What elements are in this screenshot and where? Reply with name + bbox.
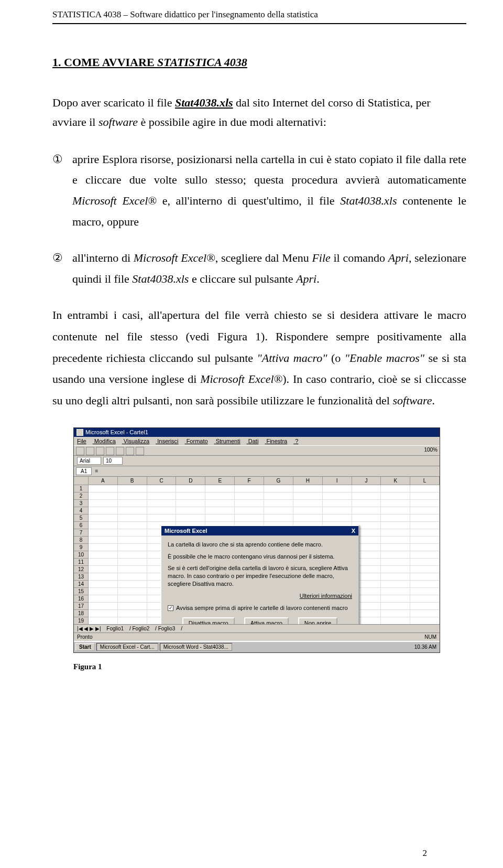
menu-strumenti[interactable]: Strumenti (216, 438, 240, 444)
cell[interactable] (176, 485, 205, 492)
col-G[interactable]: G (264, 477, 293, 485)
name-box[interactable]: A1 (76, 467, 92, 475)
cell[interactable] (147, 507, 177, 515)
cell[interactable] (89, 603, 118, 610)
cell[interactable] (381, 515, 410, 522)
tb-print-icon[interactable] (106, 447, 114, 455)
cell[interactable] (89, 610, 118, 617)
tb-paste-icon[interactable] (136, 447, 144, 455)
cell[interactable] (410, 581, 440, 588)
cell[interactable] (118, 485, 147, 492)
taskbar-item-word[interactable]: Microsoft Word - Stat4038... (160, 643, 232, 651)
cell[interactable] (147, 492, 177, 500)
cell[interactable] (410, 485, 440, 492)
cell[interactable] (381, 507, 410, 515)
cell[interactable] (381, 537, 410, 544)
cell[interactable] (89, 566, 118, 573)
cell[interactable] (118, 537, 147, 544)
cell[interactable] (381, 588, 410, 595)
cell[interactable] (410, 492, 440, 500)
tb-copy-icon[interactable] (126, 447, 134, 455)
cell[interactable] (89, 588, 118, 595)
col-J[interactable]: J (352, 477, 381, 485)
menu-finestra[interactable]: Finestra (266, 438, 287, 444)
cell[interactable] (410, 515, 440, 522)
cell[interactable] (89, 617, 118, 624)
cell[interactable] (381, 529, 410, 537)
cell[interactable] (235, 492, 264, 500)
enable-macros-button[interactable]: Attiva macro (244, 617, 289, 624)
row-header[interactable]: 19 (74, 617, 89, 624)
cell[interactable] (89, 492, 118, 500)
col-A[interactable]: A (89, 477, 118, 485)
cell[interactable] (235, 500, 264, 507)
cell[interactable] (410, 500, 440, 507)
cell[interactable] (118, 566, 147, 573)
menu-formato[interactable]: Formato (187, 438, 208, 444)
cell[interactable] (118, 544, 147, 551)
cell[interactable] (352, 492, 381, 500)
cell[interactable] (118, 500, 147, 507)
more-info-link[interactable]: Ulteriori informazioni (168, 592, 352, 600)
cell[interactable] (118, 617, 147, 624)
cell[interactable] (89, 485, 118, 492)
cell[interactable] (118, 610, 147, 617)
cell[interactable] (264, 485, 293, 492)
start-button[interactable]: Start (75, 643, 95, 651)
cell[interactable] (118, 515, 147, 522)
cell[interactable] (89, 507, 118, 515)
cell[interactable] (118, 559, 147, 566)
col-H[interactable]: H (293, 477, 323, 485)
row-header[interactable]: 7 (74, 529, 89, 537)
close-icon[interactable]: X (352, 528, 355, 534)
cell[interactable] (89, 559, 118, 566)
row-header[interactable]: 1 (74, 485, 89, 492)
row-header[interactable]: 13 (74, 573, 89, 581)
row-header[interactable]: 5 (74, 515, 89, 522)
checkbox-icon[interactable]: ✓ (168, 605, 173, 611)
row-header[interactable]: 8 (74, 537, 89, 544)
cell[interactable] (381, 617, 410, 624)
cell[interactable] (118, 581, 147, 588)
menu-inserisci[interactable]: Inserisci (157, 438, 178, 444)
cell[interactable] (410, 537, 440, 544)
cell[interactable] (264, 492, 293, 500)
cell[interactable] (89, 573, 118, 581)
cell[interactable] (264, 507, 293, 515)
cell[interactable] (147, 500, 177, 507)
taskbar-item-excel[interactable]: Microsoft Excel - Cart... (96, 643, 158, 651)
menu-bar[interactable]: File Modifica Visualizza Inserisci Forma… (74, 437, 440, 445)
row-header[interactable]: 9 (74, 544, 89, 551)
tb-open-icon[interactable] (86, 447, 94, 455)
row-header[interactable]: 11 (74, 559, 89, 566)
cell[interactable] (293, 507, 323, 515)
menu-visualizza[interactable]: Visualizza (124, 438, 149, 444)
col-I[interactable]: I (323, 477, 352, 485)
row-header[interactable]: 4 (74, 507, 89, 515)
cell[interactable] (410, 522, 440, 529)
col-E[interactable]: E (205, 477, 235, 485)
menu-help[interactable]: ? (295, 438, 298, 444)
cell[interactable] (381, 544, 410, 551)
cell[interactable] (410, 610, 440, 617)
spreadsheet-grid[interactable]: A B C D E F G H I J K L 1234567891011121… (74, 477, 440, 624)
cell[interactable] (410, 573, 440, 581)
cell[interactable] (381, 559, 410, 566)
cell[interactable] (323, 500, 352, 507)
row-header[interactable]: 17 (74, 603, 89, 610)
formatting-toolbar[interactable]: Arial 10 (74, 456, 440, 466)
cell[interactable] (118, 507, 147, 515)
cell[interactable] (381, 492, 410, 500)
cell[interactable] (410, 544, 440, 551)
cell[interactable] (147, 515, 177, 522)
cell[interactable] (89, 581, 118, 588)
zoom-combo[interactable]: 100% (424, 447, 438, 454)
dont-open-button[interactable]: Non aprire (298, 617, 337, 624)
cell[interactable] (89, 544, 118, 551)
font-name-combo[interactable]: Arial (77, 457, 101, 465)
cell[interactable] (235, 515, 264, 522)
cell[interactable] (410, 559, 440, 566)
cell[interactable] (264, 500, 293, 507)
cell[interactable] (118, 603, 147, 610)
tb-new-icon[interactable] (76, 447, 84, 455)
